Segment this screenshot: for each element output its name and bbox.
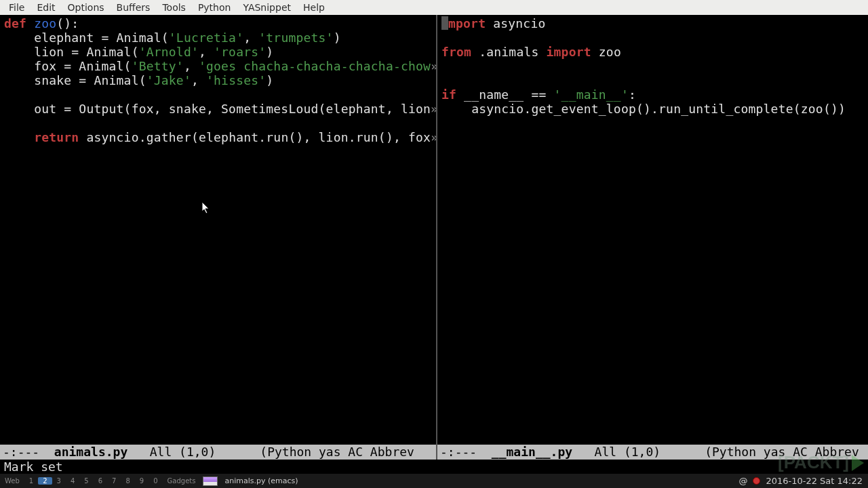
menu-tools[interactable]: Tools <box>156 2 192 13</box>
left-pane[interactable]: def zoo(): elephant = Animal('Lucretia',… <box>0 15 437 460</box>
minibuffer: Mark set <box>0 460 868 474</box>
at-icon: @ <box>738 476 747 486</box>
clock: 2016-10-22 Sat 14:22 <box>766 476 863 486</box>
menu-python[interactable]: Python <box>192 2 237 13</box>
code-body-right[interactable]: mport asyncio from .animals import zoo i… <box>437 15 868 116</box>
app-title[interactable]: animals.py (emacs) <box>224 476 298 485</box>
menu-help[interactable]: Help <box>297 2 331 13</box>
system-tray: @ 2016-10-22 Sat 14:22 <box>738 476 868 486</box>
notification-dot-icon[interactable] <box>753 477 760 485</box>
modeline-prefix: -:--- <box>3 445 54 459</box>
workspace-6[interactable]: 6 <box>94 477 107 485</box>
emacs-app-icon[interactable] <box>203 476 218 486</box>
modeline-position: All (1,0) <box>127 445 260 459</box>
menu-buffers[interactable]: Buffers <box>111 2 157 13</box>
menu-bar: FileEditOptionsBuffersToolsPythonYASnipp… <box>0 0 868 15</box>
menu-options[interactable]: Options <box>62 2 111 13</box>
right-pane[interactable]: mport asyncio from .animals import zoo i… <box>437 15 868 460</box>
menu-file[interactable]: File <box>3 2 31 13</box>
modeline-modes: (Python yas AC Abbrev <box>260 445 414 459</box>
workspace-5[interactable]: 5 <box>79 477 93 485</box>
modeline-modes: (Python yas AC Abbrev <box>705 445 859 459</box>
editor-area: def zoo(): elephant = Animal('Lucretia',… <box>0 15 868 460</box>
workspace-label-web[interactable]: Web <box>0 477 24 485</box>
mode-line-left: -:--- animals.py All (1,0) (Python yas A… <box>0 445 436 460</box>
buffer-name: __main__.py <box>492 445 572 459</box>
code-body-left[interactable]: def zoo(): elephant = Animal('Lucretia',… <box>0 15 436 144</box>
workspace-8[interactable]: 8 <box>121 477 134 485</box>
workspace-0[interactable]: 0 <box>149 477 162 485</box>
menu-yasnippet[interactable]: YASnippet <box>237 2 297 13</box>
menu-edit[interactable]: Edit <box>31 2 61 13</box>
taskbar: Web 1234567890 Gadgets animals.py (emacs… <box>0 474 868 488</box>
buffer-name: animals.py <box>54 445 127 459</box>
modeline-prefix: -:--- <box>440 445 492 459</box>
workspace-4[interactable]: 4 <box>66 477 79 485</box>
workspace-9[interactable]: 9 <box>135 477 149 485</box>
mode-line-right: -:--- __main__.py All (1,0) (Python yas … <box>437 445 868 460</box>
workspace-1[interactable]: 1 <box>24 477 38 485</box>
workspace-3[interactable]: 3 <box>52 477 66 485</box>
workspace-label-gadgets[interactable]: Gadgets <box>163 477 201 485</box>
modeline-position: All (1,0) <box>572 445 705 459</box>
workspace-7[interactable]: 7 <box>107 477 121 485</box>
workspace-2[interactable]: 2 <box>38 477 52 485</box>
